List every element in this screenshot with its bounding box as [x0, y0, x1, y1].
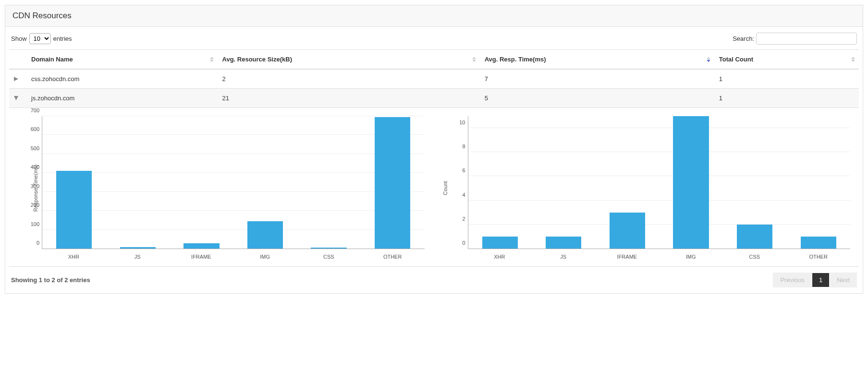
cell-size: 21	[218, 89, 480, 108]
xlabel: OTHER	[786, 254, 850, 260]
search-control: Search:	[733, 33, 857, 45]
length-control: Show 10 entries	[11, 33, 72, 44]
chart-bar[interactable]	[375, 117, 410, 249]
cell-domain: js.zohocdn.com	[26, 89, 218, 108]
xlabel: CSS	[723, 254, 787, 260]
svg-marker-3	[472, 60, 476, 62]
xlabel: JS	[106, 254, 170, 260]
page-number-button[interactable]: 1	[812, 273, 830, 287]
response-time-chart: Response Time(ms) 0100200300400500600700…	[13, 114, 429, 262]
ytick: 700	[23, 107, 39, 113]
svg-marker-7	[851, 60, 855, 62]
ytick: 200	[23, 202, 39, 208]
chart-bar[interactable]	[546, 237, 581, 249]
sort-icon	[472, 57, 476, 62]
xlabel: JS	[531, 254, 595, 260]
xlabel: XHR	[468, 254, 532, 260]
page-length-select[interactable]: 10	[29, 33, 51, 44]
cell-count: 1	[714, 69, 859, 89]
collapse-row-icon[interactable]	[14, 95, 18, 102]
cell-resp: 5	[480, 89, 714, 108]
chart-bar[interactable]	[183, 243, 219, 249]
svg-marker-4	[707, 57, 710, 59]
xlabel: CSS	[297, 254, 361, 260]
col-expand	[9, 50, 26, 70]
sort-icon-active-desc	[707, 57, 710, 62]
page-prev-button[interactable]: Previous	[773, 273, 812, 287]
chart-bar[interactable]	[56, 171, 92, 249]
xlabel: IMG	[233, 254, 297, 260]
svg-marker-5	[707, 60, 710, 62]
cdn-resources-panel: CDN Resources Show 10 entries Search: Do	[5, 5, 863, 294]
pagination: Previous 1 Next	[773, 273, 857, 287]
cell-resp: 7	[480, 69, 714, 89]
table-footer: Showing 1 to 2 of 2 entries Previous 1 N…	[9, 267, 859, 289]
ytick: 100	[23, 221, 39, 227]
show-label-pre: Show	[11, 35, 27, 42]
expanded-detail-row: Response Time(ms) 0100200300400500600700…	[9, 108, 859, 267]
search-label: Search:	[733, 35, 754, 42]
chart-bar[interactable]	[311, 248, 346, 249]
chart-bar[interactable]	[610, 213, 645, 249]
table-info: Showing 1 to 2 of 2 entries	[11, 276, 90, 284]
xlabel: OTHER	[361, 254, 425, 260]
cell-size: 2	[218, 69, 480, 89]
count-chart: Count 0246810 XHRJSIFRAMEIMGCSSOTHER	[439, 114, 856, 262]
svg-marker-9	[14, 96, 18, 100]
chart-bar[interactable]	[247, 221, 283, 249]
xlabel: IFRAME	[595, 254, 659, 260]
chart-bar[interactable]	[120, 247, 156, 249]
ytick: 400	[23, 164, 39, 170]
ytick: 6	[449, 167, 465, 173]
ytick: 0	[449, 240, 465, 246]
chart-bar[interactable]	[801, 237, 836, 249]
panel-title: CDN Resources	[5, 5, 863, 27]
svg-marker-6	[851, 57, 855, 59]
ytick: 300	[23, 183, 39, 189]
svg-marker-8	[14, 77, 18, 81]
ytick: 500	[23, 145, 39, 151]
ytick: 600	[23, 126, 39, 132]
col-size[interactable]: Avg. Resource Size(kB)	[218, 50, 480, 70]
ytick: 0	[23, 240, 39, 246]
sort-icon	[851, 57, 855, 62]
search-input[interactable]	[756, 33, 857, 45]
sort-icon	[210, 57, 214, 62]
table-row: js.zohocdn.com 21 5 1	[9, 89, 859, 108]
xlabel: IFRAME	[170, 254, 233, 260]
expand-row-icon[interactable]	[14, 75, 18, 83]
table-controls: Show 10 entries Search:	[9, 29, 859, 49]
xlabel: IMG	[659, 254, 723, 260]
xlabel: XHR	[42, 254, 106, 260]
chart-ylabel: Count	[442, 181, 448, 195]
resources-table: Domain Name Avg. Resource Size(kB)	[9, 49, 859, 267]
chart-bar[interactable]	[673, 116, 709, 249]
col-count[interactable]: Total Count	[714, 50, 859, 70]
chart-bar[interactable]	[482, 237, 518, 249]
show-label-post: entries	[53, 35, 72, 42]
svg-marker-0	[210, 57, 214, 59]
ytick: 4	[449, 192, 465, 198]
col-resp[interactable]: Avg. Resp. Time(ms)	[480, 50, 714, 70]
page-next-button[interactable]: Next	[830, 273, 857, 287]
col-domain[interactable]: Domain Name	[26, 50, 218, 70]
detail-charts: Response Time(ms) 0100200300400500600700…	[9, 108, 859, 266]
ytick: 10	[449, 119, 465, 125]
svg-marker-1	[210, 60, 214, 62]
svg-marker-2	[472, 57, 476, 59]
cell-count: 1	[714, 89, 859, 108]
ytick: 2	[449, 216, 465, 222]
table-row: css.zohocdn.com 2 7 1	[9, 69, 859, 89]
chart-bar[interactable]	[737, 225, 772, 249]
cell-domain: css.zohocdn.com	[26, 69, 218, 89]
ytick: 8	[449, 143, 465, 149]
